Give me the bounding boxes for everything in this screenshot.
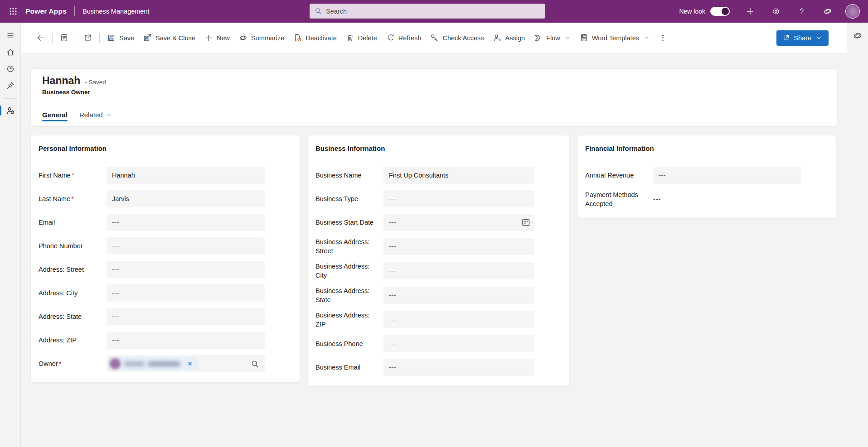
summarize-button[interactable]: Summarize	[234, 30, 289, 46]
field-input[interactable]: ---	[383, 190, 534, 207]
field-value: ---	[112, 266, 119, 273]
field-label: Address: State	[39, 312, 107, 321]
settings-button[interactable]	[771, 6, 781, 17]
right-panel-rail	[847, 23, 868, 447]
deactivate-button[interactable]: Deactivate	[289, 30, 341, 46]
field-address-state: Address: State---	[39, 308, 265, 325]
owner-lookup-pill-redacted[interactable]: ✕	[108, 357, 198, 370]
card-title: Financial Information	[585, 144, 801, 152]
remove-owner-button[interactable]: ✕	[187, 360, 193, 367]
record-header-card: Hannah - Saved Business Owner GeneralRel…	[30, 68, 837, 126]
owner-lookup-search-icon[interactable]	[251, 360, 259, 368]
field-input[interactable]: First Up Consultants	[383, 167, 534, 184]
field-input[interactable]: ---	[383, 214, 534, 231]
field-business-address-state: Business Address: State---	[315, 286, 534, 304]
form-selector-button[interactable]	[55, 30, 73, 46]
new-look-toggle[interactable]	[710, 7, 730, 16]
plus-icon	[204, 34, 213, 42]
save-and-close-button[interactable]: Save & Close	[139, 30, 200, 46]
create-button[interactable]	[745, 6, 756, 17]
field-label: Business Email	[315, 363, 383, 372]
tab-related[interactable]: Related	[79, 111, 112, 126]
command-bar: SaveSave & CloseNewSummarizeDeactivateDe…	[21, 23, 847, 53]
share-button[interactable]: Share	[776, 30, 829, 46]
deactivate-icon	[293, 34, 302, 42]
app-name[interactable]: Power Apps	[25, 7, 67, 15]
field-label: Address: ZIP	[39, 336, 107, 345]
field-label: Business Address: City	[315, 262, 383, 280]
field-input[interactable]: ---	[383, 262, 534, 279]
search-icon	[315, 7, 322, 15]
save-button[interactable]: Save	[102, 30, 139, 46]
field-input[interactable]: ---	[107, 308, 265, 325]
field-input[interactable]: ---	[107, 261, 265, 278]
field-label: Address: City	[39, 288, 107, 298]
sidebar-item-recent[interactable]	[5, 63, 16, 74]
field-value: ---	[112, 289, 119, 297]
calendar-icon[interactable]	[521, 217, 531, 227]
field-input[interactable]: ---	[383, 335, 534, 352]
sidebar-item-business-owners-entity[interactable]	[5, 105, 16, 116]
field-value: ---	[112, 219, 119, 226]
field-input[interactable]: ---	[653, 167, 801, 184]
field-label: Business Start Date	[315, 218, 383, 227]
copilot-panel-button[interactable]	[852, 30, 863, 41]
sidebar-item-pinned[interactable]	[5, 80, 16, 91]
account-avatar[interactable]	[845, 4, 860, 19]
field-input[interactable]: ---	[107, 237, 265, 255]
new-button[interactable]: New	[200, 30, 234, 46]
assign-button[interactable]: Assign	[489, 30, 530, 46]
copilot-icon	[239, 34, 247, 42]
card-personal-information: Personal InformationFirst Name*HannahLas…	[30, 135, 300, 383]
field-address-zip: Address: ZIP---	[39, 332, 265, 349]
back-button[interactable]	[32, 30, 49, 46]
required-marker: *	[71, 195, 74, 202]
sidebar-item-home[interactable]	[5, 47, 16, 58]
field-business-address-city: Business Address: City---	[315, 262, 534, 280]
save-icon	[107, 34, 116, 42]
person-badge-icon	[6, 106, 15, 115]
card-financial-information: Financial InformationAnnual Revenue---Pa…	[577, 135, 836, 219]
sidebar-item-menu-toggle[interactable]	[5, 30, 16, 41]
new-look-label: New look	[679, 8, 705, 15]
field-input[interactable]: ---	[383, 359, 534, 376]
field-input[interactable]: ---	[383, 311, 534, 328]
more-commands-button[interactable]	[654, 30, 672, 46]
gear-icon	[771, 7, 781, 16]
owner-lookup-input[interactable]: ✕	[107, 355, 265, 372]
word-icon	[580, 34, 588, 42]
search-icon	[251, 360, 259, 368]
field-business-email: Business Email---	[315, 359, 534, 376]
environment-name[interactable]: Business Management	[82, 8, 150, 15]
copilot-button[interactable]	[822, 6, 833, 17]
field-value: ---	[389, 340, 396, 347]
word-templates-button[interactable]: Word Templates	[575, 30, 654, 46]
tab-general[interactable]: General	[42, 111, 68, 126]
popout-button[interactable]	[79, 30, 97, 46]
field-value: First Up Consultants	[389, 172, 448, 179]
app-launcher-button[interactable]	[5, 4, 21, 19]
search-input[interactable]	[326, 8, 540, 15]
check-access-button[interactable]: Check Access	[426, 30, 488, 46]
field-input[interactable]: ---	[107, 332, 265, 349]
key-icon	[430, 34, 439, 42]
owner-avatar-blurred	[110, 358, 121, 369]
flow-button[interactable]: Flow	[529, 30, 575, 46]
refresh-icon	[386, 34, 395, 42]
field-input[interactable]: Hannah	[107, 167, 265, 184]
global-search[interactable]	[310, 4, 545, 19]
refresh-button[interactable]: Refresh	[382, 30, 426, 46]
form-icon	[60, 34, 68, 42]
delete-button[interactable]: Delete	[341, 30, 382, 46]
field-label: Business Address: Street	[315, 237, 383, 255]
field-input[interactable]: ---	[383, 287, 534, 304]
field-input[interactable]: ---	[107, 214, 265, 231]
field-input[interactable]: ---	[107, 284, 265, 302]
field-value: ---	[653, 196, 661, 203]
help-button[interactable]	[796, 6, 807, 17]
field-input[interactable]: ---	[383, 238, 534, 255]
save-close-icon	[143, 34, 152, 42]
field-input[interactable]: Jarvis	[107, 190, 265, 207]
record-entity-type: Business Owner	[42, 89, 825, 96]
field-value: ---	[389, 195, 396, 202]
